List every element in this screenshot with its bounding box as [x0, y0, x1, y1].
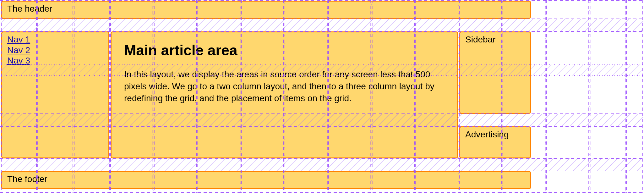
header-area: The header	[1, 1, 531, 19]
nav-link-3[interactable]: Nav 3	[7, 56, 30, 65]
advertising-text: Advertising	[465, 130, 509, 139]
list-item: Nav 3	[7, 55, 103, 66]
nav-link-1[interactable]: Nav 1	[7, 35, 30, 44]
nav-area: Nav 1 Nav 2 Nav 3	[1, 31, 109, 158]
footer-area: The footer	[1, 171, 531, 189]
article-heading: Main article area	[124, 42, 445, 59]
nav-link-2[interactable]: Nav 2	[7, 45, 30, 55]
css-grid-layout-demo: The header Nav 1 Nav 2 Nav 3 Main articl…	[0, 0, 644, 193]
main-article-area: Main article area In this layout, we dis…	[111, 31, 458, 158]
article-paragraph: In this layout, we display the areas in …	[124, 69, 445, 104]
advertising-area: Advertising	[459, 126, 531, 158]
header-text: The header	[7, 4, 52, 14]
nav-list: Nav 1 Nav 2 Nav 3	[7, 34, 103, 66]
list-item: Nav 2	[7, 45, 103, 56]
list-item: Nav 1	[7, 34, 103, 45]
grid-container: The header Nav 1 Nav 2 Nav 3 Main articl…	[0, 0, 644, 193]
sidebar-area: Sidebar	[459, 31, 531, 114]
footer-text: The footer	[7, 174, 47, 184]
sidebar-text: Sidebar	[465, 35, 496, 44]
